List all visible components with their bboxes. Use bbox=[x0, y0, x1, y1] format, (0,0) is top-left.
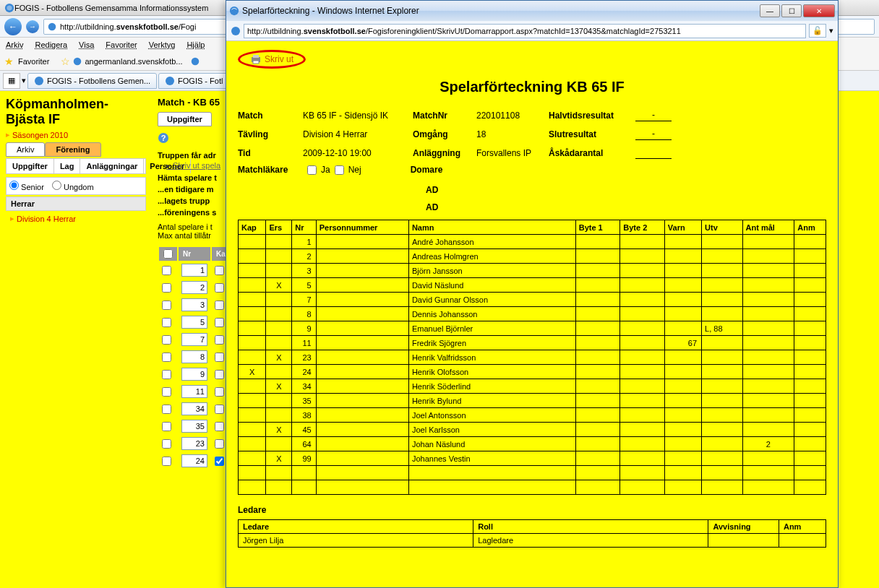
kap-checkbox[interactable] bbox=[215, 301, 224, 310]
tab-2[interactable]: FOGIS - Fotl bbox=[158, 73, 229, 89]
row-checkbox[interactable] bbox=[162, 457, 171, 466]
nr-th-chk[interactable] bbox=[159, 247, 177, 261]
menu-favoriter[interactable]: Favoriter bbox=[106, 40, 137, 49]
row-checkbox[interactable] bbox=[162, 439, 171, 449]
kap-checkbox[interactable] bbox=[215, 370, 224, 379]
menu-visa[interactable]: Visa bbox=[79, 40, 94, 49]
subtab-anlaggningar[interactable]: Anläggningar bbox=[80, 159, 144, 173]
kap-checkbox[interactable] bbox=[215, 318, 224, 327]
nr-input[interactable] bbox=[181, 402, 207, 415]
division-link[interactable]: Division 4 Herrar bbox=[6, 211, 146, 226]
tab-1[interactable]: FOGIS - Fotbollens Gemen... bbox=[27, 73, 157, 89]
security-icon[interactable]: 🔓 bbox=[809, 24, 826, 38]
nr-input[interactable] bbox=[181, 281, 207, 294]
table-row: Jörgen LiljaLagledare bbox=[239, 534, 826, 548]
url-dropdown[interactable]: ▾ bbox=[829, 26, 833, 35]
th-avv: Avvisning bbox=[708, 520, 779, 534]
fav-link-1[interactable]: ☆ angermanland.svenskfotb... bbox=[61, 56, 182, 67]
season-link[interactable]: Säsongen 2010 bbox=[6, 130, 146, 139]
row-checkbox[interactable] bbox=[162, 405, 171, 414]
quicktabs-button[interactable]: ▦ bbox=[3, 73, 20, 89]
radio-ungdom[interactable]: Ungdom bbox=[52, 183, 94, 191]
row-checkbox[interactable] bbox=[162, 266, 171, 275]
kap-checkbox[interactable] bbox=[215, 283, 224, 293]
table-row: 1André Johansson bbox=[239, 235, 826, 249]
ie-icon bbox=[72, 56, 82, 66]
row-checkbox[interactable] bbox=[162, 335, 171, 345]
tab-dropdown[interactable]: ▾ bbox=[22, 76, 26, 85]
subtab-uppgifter[interactable]: Uppgifter bbox=[7, 159, 54, 173]
list-item bbox=[159, 280, 234, 295]
kap-checkbox[interactable] bbox=[215, 387, 224, 397]
lbl-lakare: Matchläkare bbox=[238, 165, 303, 175]
sidetab-forening[interactable]: Förening bbox=[45, 142, 100, 157]
list-item bbox=[159, 453, 234, 469]
sidebar: Köpmanholmen-Bjästa IF Säsongen 2010 Ark… bbox=[0, 91, 152, 588]
sidetab-arkiv[interactable]: Arkiv bbox=[6, 142, 45, 157]
val-halvtid: - bbox=[635, 110, 672, 121]
forward-button[interactable]: → bbox=[26, 20, 39, 33]
cb-ja[interactable] bbox=[307, 165, 317, 175]
val-matchnr: 220101108 bbox=[476, 111, 549, 121]
nr-input[interactable] bbox=[181, 368, 207, 381]
close-button[interactable]: ✕ bbox=[803, 4, 835, 17]
nr-input[interactable] bbox=[181, 316, 207, 329]
subtabs: Uppgifter Lag Anläggningar Personer bbox=[6, 158, 146, 174]
th-namn: Namn bbox=[408, 220, 575, 235]
row-checkbox[interactable] bbox=[162, 283, 171, 293]
back-window-title: FOGIS - Fotbollens Gemensamma Informatio… bbox=[14, 4, 208, 12]
table-row: X23Henrik Valfridsson bbox=[239, 350, 826, 365]
uppgifter-tab[interactable]: Uppgifter bbox=[158, 112, 212, 126]
favorites-star-icon[interactable]: ★ bbox=[4, 56, 14, 67]
nr-input[interactable] bbox=[181, 298, 207, 311]
cb-nej[interactable] bbox=[335, 165, 344, 175]
nr-input[interactable] bbox=[181, 454, 207, 467]
nr-input[interactable] bbox=[181, 385, 207, 398]
row-checkbox[interactable] bbox=[162, 301, 171, 310]
row-checkbox[interactable] bbox=[162, 422, 171, 431]
menu-hjalp[interactable]: Hjälp bbox=[186, 40, 205, 49]
popup-window: Spelarförteckning - Windows Internet Exp… bbox=[226, 0, 839, 588]
svg-point-8 bbox=[230, 7, 239, 15]
row-checkbox[interactable] bbox=[162, 387, 171, 397]
maximize-button[interactable]: ☐ bbox=[781, 4, 802, 17]
menu-redigera[interactable]: Redigera bbox=[35, 40, 67, 49]
nr-input[interactable] bbox=[181, 264, 207, 277]
subtab-lag[interactable]: Lag bbox=[54, 159, 81, 173]
th-anm: Anm bbox=[794, 220, 826, 235]
list-item bbox=[159, 262, 234, 278]
ie-icon[interactable] bbox=[190, 56, 200, 66]
nr-input[interactable] bbox=[181, 420, 207, 433]
lbl-halvtid: Halvtidsresultat bbox=[549, 111, 635, 121]
nr-input[interactable] bbox=[181, 437, 207, 450]
table-row: X99Johannes Vestin bbox=[239, 451, 826, 466]
menu-arkiv[interactable]: Arkiv bbox=[6, 40, 23, 49]
radio-senior[interactable]: Senior bbox=[9, 183, 44, 191]
nr-input[interactable] bbox=[181, 333, 207, 346]
nr-input[interactable] bbox=[181, 350, 207, 363]
lbl-omgang: Omgång bbox=[413, 129, 476, 139]
row-checkbox[interactable] bbox=[162, 370, 171, 379]
popup-url-field[interactable]: http://utbildning.svenskfotboll.se/Fogis… bbox=[244, 24, 806, 38]
kap-checkbox[interactable] bbox=[215, 422, 224, 431]
menu-verktyg[interactable]: Verktyg bbox=[149, 40, 176, 49]
th-ledare: Ledare bbox=[239, 520, 473, 534]
row-checkbox[interactable] bbox=[162, 318, 171, 327]
ie-icon bbox=[165, 76, 175, 86]
kap-checkbox[interactable] bbox=[215, 335, 224, 345]
kap-checkbox[interactable] bbox=[215, 266, 224, 275]
minimize-button[interactable]: — bbox=[760, 4, 780, 17]
print-link[interactable]: Skriv ut bbox=[238, 50, 306, 69]
kap-checkbox[interactable] bbox=[215, 457, 224, 466]
kap-checkbox[interactable] bbox=[215, 405, 224, 414]
row-checkbox[interactable] bbox=[162, 353, 171, 362]
list-item bbox=[159, 436, 234, 451]
val-askadare bbox=[635, 147, 672, 159]
kap-checkbox[interactable] bbox=[215, 439, 224, 449]
popup-urlbar: http://utbildning.svenskfotboll.se/Fogis… bbox=[226, 21, 838, 41]
back-button[interactable]: ← bbox=[4, 18, 22, 35]
th-varn: Varn bbox=[664, 220, 701, 235]
lbl-anl: Anläggning bbox=[413, 148, 476, 158]
kap-checkbox[interactable] bbox=[215, 353, 224, 362]
list-item bbox=[159, 418, 234, 434]
